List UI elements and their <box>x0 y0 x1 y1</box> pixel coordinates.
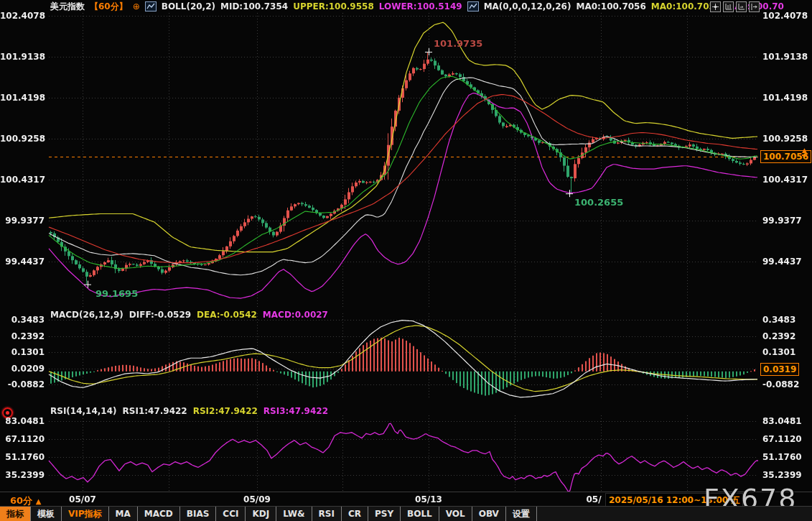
price-axis-label: 99.9377 <box>0 216 45 226</box>
date-label: 05/13 <box>415 494 442 504</box>
macd-current-box: 0.0319 <box>760 363 799 376</box>
macd-axis-label: 0.1301 <box>0 347 45 357</box>
rsi-header: RSI(14,14,14) RSI1:47.9422 RSI2:47.9422 … <box>50 406 328 416</box>
rsi-name: RSI(14,14,14) <box>50 406 117 416</box>
x-axis-scale-icon[interactable] <box>736 1 747 12</box>
ma-label: MA(0,0,0,12,0,26) <box>484 1 571 11</box>
chart-header: 美元指数 【60分】 ⊕ BOLL(20,2) MID:100.7354 UPP… <box>50 1 784 12</box>
period-selector[interactable]: 【60分】 <box>90 1 128 13</box>
macd-axis-label: 0.1301 <box>762 347 811 357</box>
date-label: 05/07 <box>69 494 96 504</box>
boll-indicator-icon[interactable] <box>145 1 157 11</box>
time-axis: 60分 ▲ 05/0705/0905/1305/ 2025/05/16 12:0… <box>0 492 812 507</box>
macd-axis-label: 0.3483 <box>0 315 45 325</box>
pan-tool-icon[interactable] <box>710 1 721 12</box>
text-layer: 美元指数 【60分】 ⊕ BOLL(20,2) MID:100.7354 UPP… <box>0 0 812 521</box>
add-indicator-icon[interactable]: ⊕ <box>133 1 140 11</box>
price-axis-label: 99.9377 <box>762 216 811 226</box>
extreme-price-annotation: 99.1695 <box>95 288 138 299</box>
macd-name: MACD(26,12,9) <box>50 310 123 320</box>
rsi1-value: RSI1:47.9422 <box>123 406 187 416</box>
price-axis-label: 100.4317 <box>0 175 45 185</box>
date-label: 05/09 <box>243 494 271 504</box>
boll-label: BOLL(20,2) <box>162 1 215 11</box>
indicator-tab[interactable]: VIP指标 <box>62 507 109 521</box>
go-latest-icon[interactable] <box>749 1 760 12</box>
macd-diff-value: DIFF:-0.0529 <box>129 310 191 320</box>
jump-to-latest-marker[interactable]: ▲ <box>802 147 807 156</box>
price-axis-label: 102.4078 <box>762 11 811 21</box>
rsi-axis-label: 67.1120 <box>0 434 45 444</box>
macd-axis-label: -0.0882 <box>762 379 811 389</box>
macd-dea-value: DEA:-0.0542 <box>197 310 257 320</box>
price-axis-label: 101.9138 <box>0 52 45 62</box>
rsi-axis-label: 83.0481 <box>0 416 45 426</box>
ma-indicator-icon[interactable] <box>467 1 479 11</box>
boll-upper-value: UPPER:100.9558 <box>293 1 374 11</box>
indicator-tab[interactable]: BOLL <box>401 507 439 521</box>
indicator-tab[interactable]: KDJ <box>246 507 276 521</box>
chart-toolbar <box>710 1 760 12</box>
indicator-tab[interactable]: MACD <box>138 507 180 521</box>
indicator-tab[interactable]: BIAS <box>180 507 217 521</box>
rsi-axis-label: 35.2399 <box>762 470 811 480</box>
macd-axis-label: 0.3483 <box>762 315 811 325</box>
indicator-tabbar: 指标模板VIP指标MAMACDBIASCCIKDJLW&RSICRPSYBOLL… <box>0 506 812 521</box>
price-axis-label: 101.9138 <box>762 52 811 62</box>
indicator-tab[interactable]: 设置 <box>506 507 537 521</box>
price-axis-label: 100.9258 <box>0 134 45 144</box>
macd-macd-value: MACD:0.0027 <box>263 310 328 320</box>
price-axis-label: 101.4198 <box>0 93 45 103</box>
price-axis-label: 99.4437 <box>762 257 811 267</box>
rsi3-value: RSI3:47.9422 <box>263 406 328 416</box>
date-label: 05/ <box>586 494 601 504</box>
symbol-title: 美元指数 <box>50 1 85 13</box>
price-axis-label: 100.4317 <box>762 175 811 185</box>
macd-axis-label: -0.0882 <box>0 379 45 389</box>
macd-axis-label: 0.2392 <box>762 331 811 341</box>
rsi-axis-label: 51.1760 <box>762 452 811 462</box>
period-label: 60分 <box>10 495 32 506</box>
rsi-axis-label: 67.1120 <box>762 434 811 444</box>
price-axis-label: 100.9258 <box>762 134 811 144</box>
indicator-tab[interactable]: MA <box>109 507 138 521</box>
rsi-axis-label: 35.2399 <box>0 470 45 480</box>
chart-window: 美元指数 【60分】 ⊕ BOLL(20,2) MID:100.7354 UPP… <box>0 0 812 521</box>
indicator-tab[interactable]: 指标 <box>0 507 31 521</box>
rsi2-value: RSI2:47.9422 <box>193 406 258 416</box>
extreme-price-annotation: 101.9735 <box>434 38 482 49</box>
macd-header: MACD(26,12,9) DIFF:-0.0529 DEA:-0.0542 M… <box>50 310 328 320</box>
macd-axis-label: 0.0209 <box>0 364 45 374</box>
price-axis-label: 99.4437 <box>0 257 45 267</box>
boll-mid-value: MID:100.7354 <box>220 1 288 11</box>
extreme-price-annotation: 100.2655 <box>574 197 623 208</box>
indicator-tab[interactable]: CCI <box>216 507 246 521</box>
rsi-axis-label: 51.1760 <box>0 452 45 462</box>
indicator-tab[interactable]: OBV <box>472 507 506 521</box>
price-axis-label: 101.4198 <box>762 93 811 103</box>
macd-axis-label: 0.2392 <box>0 331 45 341</box>
ma0-white-value: MA0:100.7056 <box>576 1 645 11</box>
price-axis-label: 102.4078 <box>0 11 45 21</box>
indicator-tab[interactable]: VOL <box>439 507 472 521</box>
indicator-tab[interactable]: RSI <box>312 507 342 521</box>
indicator-tab[interactable]: CR <box>342 507 368 521</box>
rsi-axis-label: 83.0481 <box>762 416 811 426</box>
indicator-tab[interactable]: 模板 <box>31 507 62 521</box>
y-axis-scale-icon[interactable] <box>723 1 734 12</box>
boll-lower-value: LOWER:100.5149 <box>379 1 462 11</box>
indicator-tab[interactable]: LW& <box>276 507 312 521</box>
period-arrow-icon: ▲ <box>36 497 42 505</box>
indicator-tab[interactable]: PSY <box>368 507 401 521</box>
